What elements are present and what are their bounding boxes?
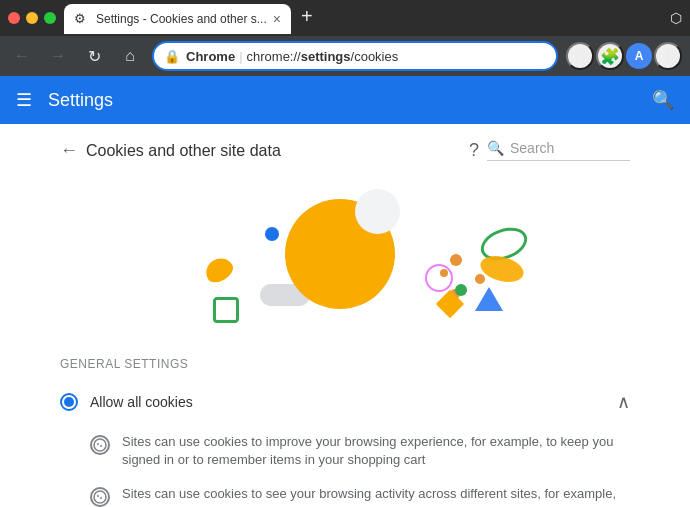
svg-point-3 xyxy=(94,491,106,503)
address-url: chrome://settings/cookies xyxy=(247,49,399,64)
blue-dot-shape xyxy=(265,227,279,241)
green-dot-shape xyxy=(455,284,467,296)
breadcrumb-header: ← Cookies and other site data ? 🔍 xyxy=(60,124,630,169)
extensions-btn[interactable]: 🧩 xyxy=(596,42,624,70)
allow-all-cookies-option[interactable]: Allow all cookies ∧ xyxy=(60,379,630,425)
cookie-dot-2 xyxy=(475,274,485,284)
cookie-bite-shape xyxy=(355,189,400,234)
cookie-illustration xyxy=(60,169,630,349)
traffic-lights xyxy=(0,0,64,36)
search-input[interactable] xyxy=(510,140,630,156)
address-separator: | xyxy=(239,49,242,64)
breadcrumb-back-btn[interactable]: ← xyxy=(60,140,78,161)
home-btn[interactable]: ⌂ xyxy=(116,42,144,70)
cast-icon: ⬡ xyxy=(670,10,682,26)
settings-search-btn[interactable]: 🔍 xyxy=(652,89,674,111)
address-bar[interactable]: 🔒 Chrome|chrome://settings/cookies xyxy=(152,41,558,71)
reload-btn[interactable]: ↻ xyxy=(80,42,108,70)
settings-page-title: Settings xyxy=(48,90,113,111)
browser-toolbar: ← → ↻ ⌂ 🔒 Chrome|chrome://settings/cooki… xyxy=(0,36,690,76)
fullscreen-window-btn[interactable] xyxy=(44,12,56,24)
search-box[interactable]: 🔍 xyxy=(487,140,630,161)
toolbar-icons: ☆ 🧩 A ⋮ xyxy=(566,42,682,70)
expand-chevron-icon[interactable]: ∧ xyxy=(617,391,630,413)
settings-content: ← Cookies and other site data ? 🔍 xyxy=(0,124,690,507)
cookie-sub-items: Sites can use cookies to improve your br… xyxy=(60,425,630,507)
close-window-btn[interactable] xyxy=(8,12,20,24)
yellow-blob-shape xyxy=(201,253,236,286)
address-bar-content: Chrome|chrome://settings/cookies xyxy=(186,49,398,64)
green-square-shape xyxy=(213,297,239,323)
settings-area: ☰ Settings 🔍 ← Cookies and other site da… xyxy=(0,76,690,507)
tab-title: Settings - Cookies and other s... xyxy=(96,12,267,26)
back-btn[interactable]: ← xyxy=(8,42,36,70)
tab-close-btn[interactable]: × xyxy=(273,11,281,27)
browser-frame: ⚙ Settings - Cookies and other s... × + … xyxy=(0,0,690,507)
bookmark-btn[interactable]: ☆ xyxy=(566,42,594,70)
search-magnifier-icon: 🔍 xyxy=(487,140,504,156)
breadcrumb-title: Cookies and other site data xyxy=(86,142,461,160)
blue-triangle-shape xyxy=(475,287,503,311)
yellow-filled-kidney xyxy=(478,252,527,287)
hamburger-menu-btn[interactable]: ☰ xyxy=(16,89,32,111)
chrome-menu-btn[interactable]: ⋮ xyxy=(654,42,682,70)
forward-btn[interactable]: → xyxy=(44,42,72,70)
minimize-window-btn[interactable] xyxy=(26,12,38,24)
chrome-brand-text: Chrome xyxy=(186,49,235,64)
sub-item-1: Sites can use cookies to improve your br… xyxy=(90,425,630,477)
svg-point-1 xyxy=(97,443,99,445)
cookie-svg-2 xyxy=(93,490,107,504)
active-tab[interactable]: ⚙ Settings - Cookies and other s... × xyxy=(64,4,291,34)
sub-item-text-2: Sites can use cookies to see your browsi… xyxy=(122,485,630,507)
help-icon-btn[interactable]: ? xyxy=(469,140,479,161)
settings-header: ☰ Settings 🔍 xyxy=(0,76,690,124)
cookie-dot-1 xyxy=(450,254,462,266)
svg-point-5 xyxy=(100,497,102,499)
svg-point-0 xyxy=(94,439,106,451)
illustration-container xyxy=(145,179,545,339)
cookie-svg-1 xyxy=(93,438,107,452)
tab-favicon: ⚙ xyxy=(74,11,90,27)
pink-circle-shape xyxy=(425,264,453,292)
allow-all-radio[interactable] xyxy=(60,393,78,411)
sub-item-2: Sites can use cookies to see your browsi… xyxy=(90,477,630,507)
svg-point-2 xyxy=(100,445,102,447)
lock-icon: 🔒 xyxy=(164,49,180,64)
svg-point-4 xyxy=(97,495,99,497)
new-tab-btn[interactable]: + xyxy=(301,5,313,28)
cookie-icon-1 xyxy=(90,435,110,455)
sub-item-text-1: Sites can use cookies to improve your br… xyxy=(122,433,630,469)
general-settings-label: General settings xyxy=(60,357,630,371)
cookie-icon-2 xyxy=(90,487,110,507)
allow-all-label: Allow all cookies xyxy=(90,394,605,410)
avatar-icon[interactable]: A xyxy=(626,43,652,69)
